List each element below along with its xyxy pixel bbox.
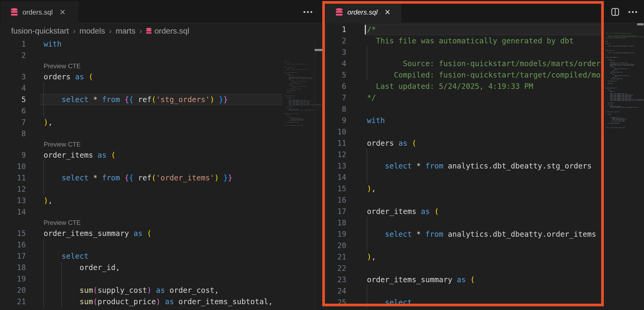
overview-ruler-cursor-right <box>637 23 643 25</box>
vscode-window: orders.sql × fusion-quickstart›models›ma… <box>0 0 644 310</box>
minimap-right[interactable]: /* This file was automatically generated… <box>605 32 644 129</box>
annotation-rectangle <box>322 1 604 306</box>
editor-actions-right <box>611 1 638 23</box>
split-editor-icon[interactable] <box>611 8 619 16</box>
ellipsis-icon[interactable] <box>628 11 638 13</box>
